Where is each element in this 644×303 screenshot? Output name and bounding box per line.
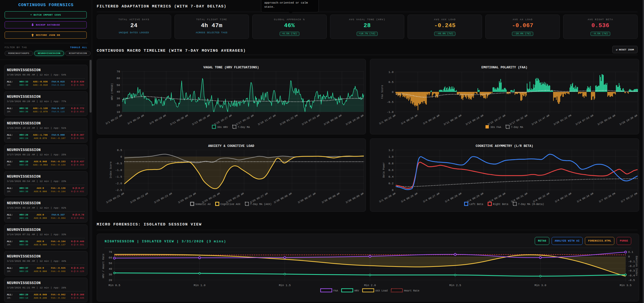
svg-text:0: 0 — [392, 91, 394, 94]
svg-text:Min 1.0: Min 1.0 — [194, 284, 205, 287]
svg-text:3/18 11:47 AM: 3/18 11:47 AM — [257, 114, 276, 126]
svg-text:3/30 08:07 AM: 3/30 08:07 AM — [297, 192, 316, 204]
svg-text:7-Day MA (R-Beta): 7-Day MA (R-Beta) — [518, 203, 544, 206]
svg-text:-1.0: -1.0 — [115, 169, 122, 172]
svg-text:3/4 08:29 AM: 3/4 08:29 AM — [466, 192, 484, 203]
svg-text:3/4 08:32 AM: 3/4 08:32 AM — [532, 192, 550, 203]
svg-text:Index Score: Index Score — [110, 161, 112, 178]
svg-text:3/29 09:23 AM: 3/29 09:23 AM — [154, 192, 173, 204]
svg-text:3/13 08:16 AM: 3/13 08:16 AM — [465, 114, 484, 126]
svg-text:Cognitive AXX: Cognitive AXX — [221, 203, 241, 206]
svg-text:-0.3: -0.3 — [628, 269, 635, 272]
svg-text:Min 3.0: Min 3.0 — [534, 284, 546, 287]
svg-text:3/13 08:16 AM: 3/13 08:16 AM — [192, 114, 211, 126]
svg-text:3/26 09:58 AM: 3/26 09:58 AM — [597, 114, 616, 126]
svg-text:50: 50 — [117, 84, 120, 87]
svg-text:-2.0: -2.0 — [115, 182, 122, 185]
svg-text:3/1 09:22 AM: 3/1 09:22 AM — [105, 114, 123, 125]
svg-text:3/4 08:34 AM: 3/4 08:34 AM — [127, 114, 145, 125]
svg-text:60: 60 — [109, 256, 112, 259]
svg-text:-0.1: -0.1 — [628, 260, 635, 263]
svg-text:3/17 09:32 AM: 3/17 09:32 AM — [509, 114, 528, 126]
svg-text:Min 2.5: Min 2.5 — [449, 284, 461, 287]
svg-text:3/9 09:10 AM: 3/9 09:10 AM — [422, 114, 440, 125]
svg-text:0.8: 0.8 — [388, 162, 394, 165]
svg-text:3/9 09:10 AM: 3/9 09:10 AM — [149, 114, 167, 125]
svg-text:-0.4: -0.4 — [628, 274, 635, 277]
svg-text:0.1: 0.1 — [628, 251, 633, 254]
svg-text:Somatic AX: Somatic AX — [195, 203, 211, 206]
svg-text:1.0: 1.0 — [388, 71, 394, 74]
svg-text:0: 0 — [392, 189, 394, 192]
svg-text:30: 30 — [109, 273, 112, 276]
svg-text:3/28 10:30 AM: 3/28 10:30 AM — [345, 114, 364, 126]
svg-text:3/1 09:22 AM: 3/1 09:22 AM — [379, 114, 396, 125]
svg-text:3/24 07:53 AM: 3/24 07:53 AM — [575, 114, 594, 126]
svg-text:3/29 09:26 AM: 3/29 09:26 AM — [225, 192, 244, 204]
svg-text:0: 0 — [120, 155, 122, 158]
svg-text:Right Beta: Right Beta — [493, 203, 508, 206]
svg-text:3/29 09:27 AM: 3/29 09:27 AM — [249, 192, 268, 204]
svg-text:3/4 08:26 AM: 3/4 08:26 AM — [401, 192, 418, 203]
svg-text:7-Day MA: 7-Day MA — [238, 126, 250, 129]
svg-text:0: 0 — [628, 255, 630, 258]
svg-text:COGNITIVE ASYMMETRY (L/R BETA): COGNITIVE ASYMMETRY (L/R BETA) — [476, 144, 533, 148]
svg-text:3/4 08:34 AM: 3/4 08:34 AM — [401, 114, 418, 125]
svg-text:30: 30 — [117, 97, 120, 100]
svg-text:3/11 08:36 AM: 3/11 08:36 AM — [170, 114, 189, 126]
svg-text:3/29 09:21 AM: 3/29 09:21 AM — [106, 192, 125, 204]
svg-text:3/11 08:36 AM: 3/11 08:36 AM — [443, 114, 462, 126]
svg-text:70: 70 — [109, 251, 112, 254]
svg-text:40: 40 — [117, 90, 120, 93]
svg-text:3/18 11:47 AM: 3/18 11:47 AM — [531, 114, 550, 126]
svg-text:70: 70 — [117, 70, 120, 73]
svg-text:3/4 08:30 AM: 3/4 08:30 AM — [488, 192, 506, 203]
svg-text:0.5: 0.5 — [117, 149, 122, 152]
svg-text:0.5: 0.5 — [388, 81, 394, 84]
svg-text:7-Day MA (AXX): 7-Day MA (AXX) — [250, 203, 272, 206]
svg-text:-0.5: -0.5 — [115, 162, 122, 165]
svg-text:3/4 08:27 AM: 3/4 08:27 AM — [422, 192, 440, 203]
svg-text:3/4 08:28 AM: 3/4 08:28 AM — [444, 192, 462, 203]
svg-text:FAA: FAA — [333, 289, 338, 292]
svg-text:-0.2: -0.2 — [628, 265, 635, 268]
svg-text:40: 40 — [109, 267, 112, 270]
svg-text:3/7 03:36 PM: 3/7 03:36 PM — [598, 192, 616, 203]
svg-text:3/28 10:30 AM: 3/28 10:30 AM — [619, 114, 638, 126]
svg-text:-0.5: -0.5 — [628, 279, 635, 282]
svg-text:3/29 09:22 AM: 3/29 09:22 AM — [130, 192, 149, 204]
svg-text:3/4 08:34 AM: 3/4 08:34 AM — [576, 192, 594, 203]
svg-text:3/15 10:27 AM: 3/15 10:27 AM — [213, 114, 232, 126]
svg-text:Beta Power: Beta Power — [383, 162, 385, 178]
svg-text:Min 3.5: Min 3.5 — [620, 284, 631, 287]
svg-text:30s HRV: 30s HRV — [217, 126, 228, 129]
svg-text:20: 20 — [117, 104, 120, 107]
svg-text:60: 60 — [117, 77, 120, 80]
svg-text:HRV (rMSSD): HRV (rMSSD) — [111, 83, 114, 100]
svg-text:7-Day MA: 7-Day MA — [511, 126, 523, 129]
svg-text:3/15 10:27 AM: 3/15 10:27 AM — [487, 114, 506, 126]
svg-text:0.4: 0.4 — [388, 175, 394, 178]
svg-text:3/26 09:58 AM: 3/26 09:58 AM — [323, 114, 342, 126]
svg-text:Min 0.5: Min 0.5 — [108, 284, 120, 287]
svg-text:10: 10 — [117, 111, 120, 114]
svg-text:1.0: 1.0 — [388, 155, 394, 158]
svg-text:HRV: HRV — [354, 289, 359, 292]
svg-text:FAA Score: FAA Score — [381, 85, 384, 99]
svg-text:Min 2.0: Min 2.0 — [364, 284, 376, 287]
svg-text:VAGAL TONE (HRV FLUCTUATIONS): VAGAL TONE (HRV FLUCTUATIONS) — [203, 66, 259, 69]
svg-text:20: 20 — [109, 279, 112, 282]
svg-text:1.2: 1.2 — [388, 149, 394, 152]
svg-text:HRV / Heart Rate: HRV / Heart Rate — [102, 254, 105, 278]
svg-text:AXX Load: AXX Load — [375, 289, 388, 292]
svg-text:3/20 01:22 PM: 3/20 01:22 PM — [279, 114, 298, 126]
svg-text:Emotion Index: Emotion Index — [635, 256, 638, 276]
svg-text:3/24 07:53 AM: 3/24 07:53 AM — [301, 114, 320, 126]
svg-text:ANXIETY & COGNITIVE LOAD: ANXIETY & COGNITIVE LOAD — [208, 144, 254, 148]
svg-text:3/20 01:22 PM: 3/20 01:22 PM — [553, 114, 572, 126]
svg-text:Left Beta: Left Beta — [470, 203, 483, 206]
svg-text:Min 1.5: Min 1.5 — [279, 284, 291, 287]
svg-text:-1.5: -1.5 — [115, 175, 122, 178]
svg-text:3/1 09:30 AM: 3/1 09:30 AM — [379, 192, 396, 203]
svg-text:30s FAA: 30s FAA — [490, 126, 501, 129]
